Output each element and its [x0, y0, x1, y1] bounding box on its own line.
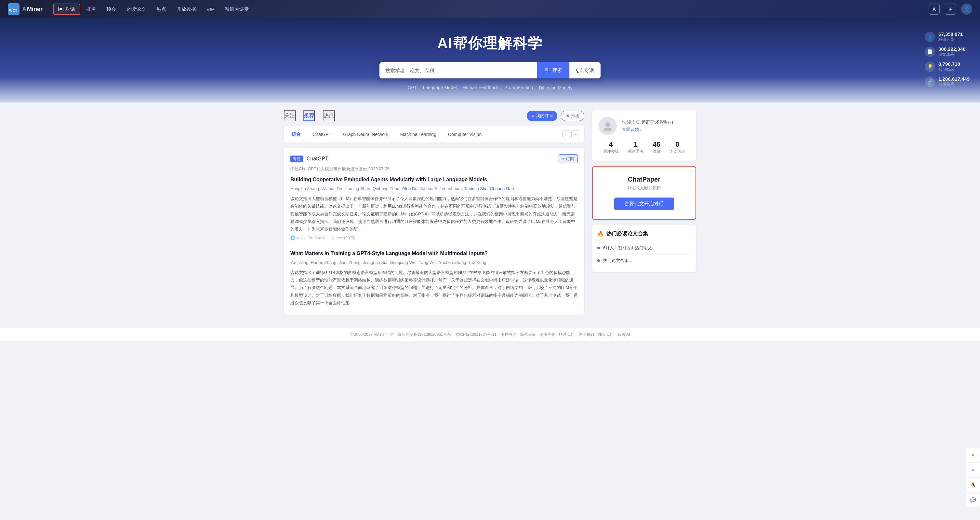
grid-icon: ⊞	[948, 6, 953, 12]
nav-item-mustread[interactable]: 必读论文	[122, 4, 151, 14]
hot-papers-title: 热门必读论文合集	[606, 230, 648, 237]
search-input[interactable]	[379, 63, 537, 78]
tab-hotspot[interactable]: 热点	[323, 110, 334, 121]
translate-button[interactable]: A	[929, 3, 940, 14]
subscription-button[interactable]: ≡ 我的订阅	[527, 111, 557, 121]
stat-citations: 🔗 1,206,617,449 引用关系	[925, 76, 970, 87]
svg-point-3	[604, 128, 612, 131]
subtab-chatgpt[interactable]: ChatGPT	[310, 131, 334, 138]
hero-title: AI帮你理解科学	[8, 34, 972, 53]
pstat-follow-scholar: 1 关注学者	[628, 140, 643, 154]
footer-shield-icon: 🛡	[390, 332, 394, 337]
pstat-label-scholar: 关注学者	[628, 149, 643, 154]
footer-link-user-agreement[interactable]: 用户协议	[500, 332, 516, 337]
hot-item-2[interactable]: 热门论文合集...	[597, 254, 691, 267]
pstat-follow-domain: 4 关注领域	[603, 140, 619, 154]
subscribe-button[interactable]: + 订阅	[558, 154, 578, 163]
paper-1-author-highlight-2[interactable]: Tianmin Shu	[464, 186, 488, 191]
header-right: A ⊞ 👤	[929, 3, 972, 14]
nav-item-chat[interactable]: 💬 对话	[53, 3, 80, 15]
nav-item-lecture[interactable]: 智谱大讲堂	[220, 4, 254, 14]
footer-link-about[interactable]: 关于我们	[578, 332, 594, 337]
nav-hotspot-label: 热点	[156, 6, 166, 12]
stats-panel: 👤 67,358,071 科研人员 📄 300,222,348 论文成果 💡 8…	[925, 31, 970, 87]
claim-link[interactable]: 立即认领 ›	[622, 127, 673, 132]
paper-1-source: 🌐 arxiv · Artificial Intelligence (2023)	[290, 236, 578, 240]
translate-icon: A	[932, 6, 936, 12]
paper-1-title[interactable]: Building Cooperative Embodied Agents Mod…	[290, 176, 578, 183]
paper-1-sep1: , Joshua B. Tenenbaum,	[417, 186, 464, 191]
paper-1-authors-plain: Hongxin Zhang, Weihua Du, Jiaming Shan, …	[290, 186, 402, 191]
nav-item-hotspot[interactable]: 热点	[152, 4, 171, 14]
keyword-dm[interactable]: Diffusion Models	[539, 85, 572, 91]
subtab-ml[interactable]: Machine Learning	[398, 131, 439, 138]
stat-researchers: 👤 67,358,071 科研人员	[925, 31, 970, 42]
pstat-num-scholar: 1	[628, 140, 643, 149]
prev-subtab-button[interactable]: ‹	[562, 131, 570, 138]
nav-item-topconf[interactable]: 顶会	[102, 4, 121, 14]
subtab-cv[interactable]: Computer Vision	[445, 131, 484, 138]
keyword-pt[interactable]: Prompt-tuning，	[504, 85, 538, 91]
claim-link-text: 立即认领	[622, 127, 639, 132]
nav-mustread-label: 必读论文	[126, 6, 146, 12]
footer-link-join[interactable]: 加入我们	[598, 332, 614, 337]
hot-dot-2	[597, 259, 600, 262]
stat-papers-label: 论文成果	[939, 52, 966, 57]
footer-link-privacy[interactable]: 隐私政策	[520, 332, 536, 337]
search-bar: 🔍 搜索 💬 对话	[379, 62, 601, 78]
keyword-lm[interactable]: Language Model，	[423, 85, 461, 91]
push-button[interactable]: ✉ 推送	[560, 111, 584, 121]
next-subtab-button[interactable]: ›	[571, 131, 579, 138]
avatar-silhouette	[603, 121, 613, 131]
keyword-tags: GPT， Language Model， Human Feedback， Pro…	[8, 85, 972, 91]
footer-link-manual[interactable]: 使用手册	[539, 332, 555, 337]
keyword-gpt[interactable]: GPT，	[408, 85, 422, 91]
tab-follow[interactable]: 关注	[284, 110, 296, 121]
hero-section: AI帮你理解科学 🔍 搜索 💬 对话 GPT， Language Model， …	[0, 18, 980, 102]
section-tag: 专题	[290, 156, 303, 163]
nav-chat-label: 对话	[65, 6, 75, 12]
hot-dot-1	[597, 247, 600, 249]
subtab-general[interactable]: 综合	[289, 130, 303, 139]
search-button[interactable]: 🔍 搜索	[537, 62, 570, 78]
chatpaper-open-button[interactable]: 选择论文开启对话	[614, 198, 674, 210]
footer-link-zhipu[interactable]: 智谱.AI	[617, 332, 630, 337]
paper-2-authors-text: Yan Zeng, Hanbo Zhang, Jiani Zheng, Jian…	[290, 260, 487, 265]
logo-area[interactable]: WCT AMiner	[8, 3, 43, 15]
profile-stats: 4 关注领域 1 关注学者 46 收藏 0 浏览历史	[598, 140, 690, 154]
chatpaper-card: ChatPaper 对话式文献知识库 选择论文开启对话	[592, 166, 696, 220]
user-avatar-button[interactable]: 👤	[961, 3, 972, 14]
send-icon: ✉	[565, 113, 569, 118]
claim-text: 认领主页,追踪学术影响力	[622, 120, 673, 125]
nav-item-opendata[interactable]: 开放数据	[172, 4, 200, 14]
paper-item-2: What Matters in Training a GPT4-Style La…	[290, 250, 578, 307]
subtab-gnn[interactable]: Graph Neural Network	[340, 131, 391, 138]
pstat-label-domain: 关注领域	[603, 149, 619, 154]
keyword-hf[interactable]: Human Feedback，	[463, 85, 503, 91]
paper-2-title[interactable]: What Matters in Training a GPT4-Style La…	[290, 250, 578, 257]
pstat-history: 0 浏览历史	[670, 140, 685, 154]
nav-item-ranking[interactable]: 排名	[82, 4, 100, 14]
paper-2-authors: Yan Zeng, Hanbo Zhang, Jiani Zheng, Jian…	[290, 259, 578, 266]
paper-1-author-highlight-3[interactable]: Chuang Gan	[490, 186, 514, 191]
globe-icon: 🌐	[290, 236, 295, 240]
stat-citations-label: 引用关系	[939, 82, 970, 87]
svg-text:WCT: WCT	[9, 8, 17, 12]
tab-recommend[interactable]: 推荐	[303, 110, 315, 121]
pstat-favorites: 46 收藏	[652, 140, 660, 154]
nav-item-vip[interactable]: VIP	[202, 5, 219, 14]
grid-button[interactable]: ⊞	[945, 3, 956, 14]
hero-chat-button[interactable]: 💬 对话	[570, 62, 601, 78]
chat-icon: 💬	[58, 7, 64, 11]
paper-item-1: Building Cooperative Embodied Agents Mod…	[290, 176, 578, 240]
sub-tab-bar: 综合 ChatGPT Graph Neural Network Machine …	[284, 126, 584, 142]
hot-item-1[interactable]: 6月人工智能方向热门论文	[597, 242, 691, 254]
footer-icp1[interactable]: 京公网安备11010802035176号	[398, 332, 451, 337]
paper-1-author-highlight-1[interactable]: Yilun Du	[402, 186, 417, 191]
left-panel: 关注 推荐 热点 ≡ 我的订阅 ✉ 推送 综合 ChatGPT Graph Ne…	[284, 110, 584, 320]
hero-chat-label: 对话	[584, 67, 594, 73]
aminer-logo-text: AMiner	[22, 6, 43, 13]
footer-link-contact[interactable]: 联系我们	[559, 332, 574, 337]
search-btn-label: 搜索	[552, 67, 562, 73]
footer-icp2[interactable]: 京ICP备20011824号-11	[455, 332, 496, 337]
